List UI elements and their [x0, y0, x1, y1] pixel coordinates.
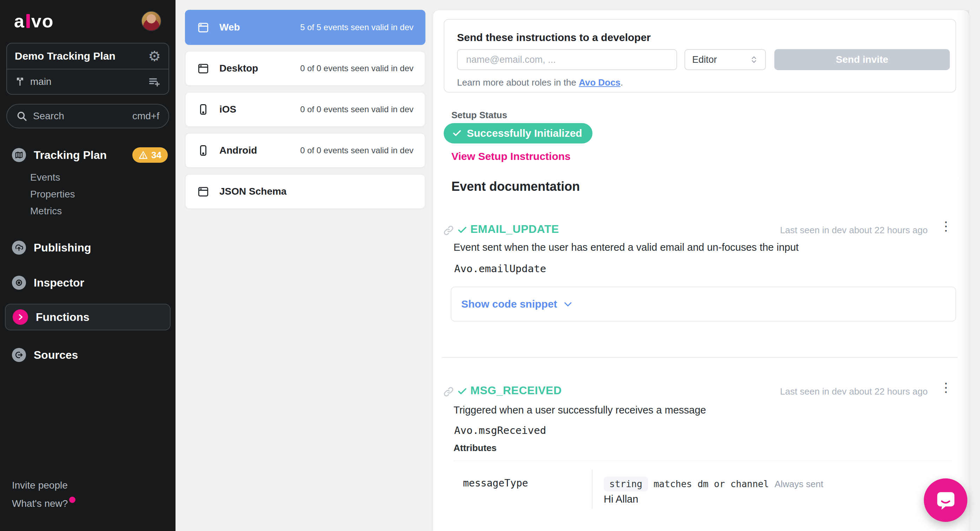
setup-status-badge: Successfully Initialized [444, 123, 592, 143]
sidebar-item-sources[interactable]: Sources [0, 344, 175, 365]
main-panel: Send these instructions to a developer E… [433, 10, 969, 531]
source-card-web[interactable]: Web 5 of 5 events seen valid in dev [185, 10, 425, 45]
sidebar-item-functions[interactable]: Functions [5, 304, 170, 330]
kebab-menu-icon[interactable]: ⋮ [940, 381, 952, 394]
source-name: JSON Schema [220, 186, 286, 197]
sidebar-item-properties[interactable]: Properties [30, 186, 175, 203]
attribute-example-value: Hi Allan [604, 493, 638, 505]
source-name: iOS [220, 104, 236, 115]
branch-icon [15, 76, 25, 87]
sources-label: Sources [34, 349, 78, 361]
event-code-name: Avo.emailUpdate [454, 263, 546, 274]
source-card-json-schema[interactable]: JSON Schema [185, 174, 425, 209]
source-card-ios[interactable]: iOS 0 of 0 events seen valid in dev [185, 92, 425, 127]
event-divider [442, 357, 958, 358]
setup-status-text: Successfully Initialized [467, 127, 582, 139]
issues-count: 34 [151, 150, 161, 161]
attribute-column-divider [592, 470, 592, 509]
target-icon [12, 276, 26, 290]
sidebar-item-metrics[interactable]: Metrics [30, 203, 175, 220]
attribute-meta: string matches dm or channel Always sent [604, 477, 823, 491]
check-icon [452, 128, 462, 138]
notification-dot [69, 497, 75, 503]
avo-logo[interactable]: a vo [14, 11, 54, 32]
role-select[interactable]: Editor [684, 49, 766, 70]
sidebar-item-inspector[interactable]: Inspector [0, 272, 175, 293]
source-name: Android [220, 145, 257, 156]
functions-label: Functions [36, 311, 89, 324]
sidebar-item-events[interactable]: Events [30, 169, 175, 186]
add-branch-icon[interactable] [148, 76, 161, 87]
sidebar: a vo Demo Tracking Plan ⚙ main Search cm… [0, 0, 175, 531]
event-last-seen: Last seen in dev about 22 hours ago [780, 225, 928, 236]
sidebar-item-publishing[interactable]: Publishing [0, 237, 175, 258]
invite-people-link[interactable]: Invite people [12, 476, 68, 495]
link-icon[interactable] [443, 386, 454, 397]
sidebar-nav: Tracking Plan 34 Events Properties Metri… [0, 144, 175, 365]
search-input[interactable]: Search cmd+f [6, 104, 169, 128]
view-setup-instructions-link[interactable]: View Setup Instructions [452, 151, 571, 162]
logo-letter-a: a [14, 11, 25, 32]
edge-fade [959, 10, 969, 531]
avo-docs-link[interactable]: Avo Docs [579, 77, 620, 88]
link-icon[interactable] [443, 225, 454, 236]
source-status: 0 of 0 events seen valid in dev [300, 105, 414, 114]
whats-new-label: What's new? [12, 498, 68, 509]
branch-row[interactable]: main [7, 69, 169, 94]
send-invite-button[interactable]: Send invite [774, 49, 950, 70]
event-name-email-update[interactable]: EMAIL_UPDATE [470, 223, 559, 236]
developer-email-input[interactable] [457, 49, 677, 70]
source-card-android[interactable]: Android 0 of 0 events seen valid in dev [185, 133, 425, 168]
logo-letters-vo: vo [31, 11, 54, 32]
inspector-label: Inspector [34, 276, 84, 289]
sources-list: Web 5 of 5 events seen valid in dev Desk… [185, 10, 425, 215]
issues-badge[interactable]: 34 [132, 147, 168, 163]
tracking-plan-label: Tracking Plan [34, 149, 107, 162]
mobile-icon [197, 144, 210, 157]
chevron-down-icon [563, 299, 573, 309]
show-code-snippet-toggle[interactable]: Show code snippet [451, 287, 956, 322]
roles-note-suffix: . [620, 77, 623, 88]
chevrons-up-down-icon [750, 55, 758, 65]
source-status: 0 of 0 events seen valid in dev [300, 146, 414, 155]
source-card-desktop[interactable]: Desktop 0 of 0 events seen valid in dev [185, 51, 425, 86]
role-selected-value: Editor [692, 54, 750, 65]
invite-card-title: Send these instructions to a developer [457, 32, 651, 43]
source-name: Web [220, 22, 240, 33]
branch-name: main [30, 76, 148, 87]
search-icon [16, 111, 27, 122]
search-shortcut: cmd+f [132, 111, 159, 122]
valid-check-icon [457, 386, 468, 397]
attribute-type-badge: string [604, 477, 648, 491]
user-avatar[interactable] [141, 11, 161, 31]
kebab-menu-icon[interactable]: ⋮ [940, 220, 952, 233]
source-status: 5 of 5 events seen valid in dev [300, 22, 414, 32]
event-description: Triggered when a user successfully recei… [453, 404, 706, 416]
invite-developer-card: Send these instructions to a developer E… [444, 19, 956, 93]
warning-icon [138, 151, 148, 159]
event-code-name: Avo.msgReceived [454, 424, 546, 436]
gear-icon[interactable]: ⚙ [148, 49, 161, 63]
map-icon [12, 148, 26, 162]
browser-icon [197, 62, 210, 74]
event-name-msg-received[interactable]: MSG_RECEIVED [470, 384, 562, 397]
workspace-box: Demo Tracking Plan ⚙ main [6, 43, 169, 95]
workspace-row[interactable]: Demo Tracking Plan ⚙ [7, 43, 169, 69]
chat-bubble-icon [934, 488, 957, 512]
publishing-label: Publishing [34, 241, 91, 254]
event-description: Event sent when the user has entered a v… [453, 242, 799, 253]
attribute-name: messageType [463, 477, 528, 489]
mobile-icon [197, 103, 210, 116]
whats-new-link[interactable]: What's new? [12, 495, 68, 513]
search-placeholder: Search [33, 111, 132, 122]
source-status: 0 of 0 events seen valid in dev [300, 63, 414, 73]
roles-note: Learn more about roles in the Avo Docs. [457, 77, 623, 88]
snippet-toggle-label: Show code snippet [461, 298, 557, 310]
sidebar-item-tracking-plan[interactable]: Tracking Plan 34 [0, 144, 175, 166]
source-name: Desktop [220, 63, 258, 74]
valid-check-icon [457, 225, 468, 235]
browser-icon [197, 185, 210, 197]
chevron-right-icon [13, 309, 28, 325]
logo-pink-bar [26, 14, 30, 28]
chat-messenger-button[interactable] [924, 479, 967, 522]
